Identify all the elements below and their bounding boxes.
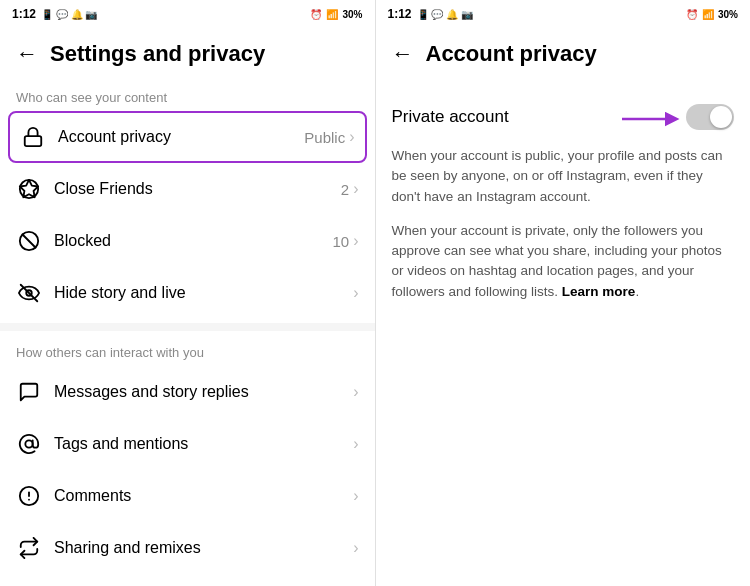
comment-icon (16, 483, 42, 509)
wifi-icon-right: 📶 (702, 9, 714, 20)
messages-right: › (353, 383, 358, 401)
chevron-right-icon-2: › (353, 180, 358, 198)
right-page-title: Account privacy (426, 41, 597, 67)
comments-label: Comments (54, 487, 353, 505)
section-divider (0, 323, 375, 331)
menu-item-comments[interactable]: Comments › (0, 470, 375, 522)
arrow-annotation (622, 104, 682, 134)
account-privacy-label: Account privacy (58, 128, 304, 146)
chevron-right-icon-4: › (353, 284, 358, 302)
status-icons-left: 📱 💬 🔔 📷 (41, 9, 97, 20)
svg-rect-0 (25, 136, 42, 146)
menu-item-sharing[interactable]: Sharing and remixes › (0, 522, 375, 574)
description-public: When your account is public, your profil… (392, 146, 735, 207)
menu-item-account-privacy[interactable]: Account privacy Public › (8, 111, 367, 163)
status-right-right: ⏰ 📶 30% (686, 9, 738, 20)
learn-more-link[interactable]: Learn more (562, 284, 636, 299)
chevron-right-icon-3: › (353, 232, 358, 250)
private-account-toggle[interactable] (686, 104, 734, 130)
status-bar-right: 1:12 📱 💬 🔔 📷 ⏰ 📶 30% (376, 0, 751, 28)
chevron-right-icon-8: › (353, 539, 358, 557)
hide-story-right: › (353, 284, 358, 302)
right-content: Private account When your account is pub… (376, 80, 751, 332)
chevron-right-icon-6: › (353, 435, 358, 453)
menu-item-close-friends[interactable]: Close Friends 2 › (0, 163, 375, 215)
status-right-left: ⏰ 📶 30% (310, 9, 362, 20)
alarm-icon-right: ⏰ (686, 9, 698, 20)
menu-item-hide-story[interactable]: Hide story and live › (0, 267, 375, 319)
blocked-badge: 10 (332, 233, 349, 250)
hide-story-label: Hide story and live (54, 284, 353, 302)
section-label-2: How others can interact with you (0, 335, 375, 366)
sharing-icon (16, 535, 42, 561)
close-friends-right: 2 › (341, 180, 359, 198)
status-left-right: 1:12 📱 💬 🔔 📷 (388, 7, 473, 21)
menu-item-tags[interactable]: Tags and mentions › (0, 418, 375, 470)
at-icon (16, 431, 42, 457)
svg-line-4 (23, 235, 36, 248)
back-button-right[interactable]: ← (392, 41, 414, 67)
chevron-right-icon: › (349, 128, 354, 146)
left-page-title: Settings and privacy (50, 41, 265, 67)
time-right: 1:12 (388, 7, 412, 21)
tags-label: Tags and mentions (54, 435, 353, 453)
toggle-row: Private account (392, 96, 735, 146)
right-panel: 1:12 📱 💬 🔔 📷 ⏰ 📶 30% ← Account privacy P… (376, 0, 751, 586)
menu-item-blocked[interactable]: Blocked 10 › (0, 215, 375, 267)
left-header: ← Settings and privacy (0, 28, 375, 80)
back-button-left[interactable]: ← (16, 41, 38, 67)
hide-story-icon (16, 280, 42, 306)
battery-right: 30% (718, 9, 738, 20)
blocked-right: 10 › (332, 232, 358, 250)
section-label-1: Who can see your content (0, 80, 375, 111)
status-left: 1:12 📱 💬 🔔 📷 (12, 7, 97, 21)
messages-label: Messages and story replies (54, 383, 353, 401)
menu-item-messages[interactable]: Messages and story replies › (0, 366, 375, 418)
account-privacy-badge: Public (304, 129, 345, 146)
left-panel: 1:12 📱 💬 🔔 📷 ⏰ 📶 30% ← Settings and priv… (0, 0, 375, 586)
sharing-right: › (353, 539, 358, 557)
star-icon (16, 176, 42, 202)
alarm-icon: ⏰ (310, 9, 322, 20)
description-private: When your account is private, only the f… (392, 221, 735, 302)
chevron-right-icon-5: › (353, 383, 358, 401)
battery-left: 30% (342, 9, 362, 20)
close-friends-badge: 2 (341, 181, 349, 198)
svg-point-7 (25, 440, 32, 447)
close-friends-label: Close Friends (54, 180, 341, 198)
wifi-icon: 📶 (326, 9, 338, 20)
blocked-label: Blocked (54, 232, 332, 250)
chevron-right-icon-7: › (353, 487, 358, 505)
status-bar-left: 1:12 📱 💬 🔔 📷 ⏰ 📶 30% (0, 0, 375, 28)
tags-right: › (353, 435, 358, 453)
account-privacy-right: Public › (304, 128, 354, 146)
messages-icon (16, 379, 42, 405)
blocked-icon (16, 228, 42, 254)
right-header: ← Account privacy (376, 28, 751, 80)
lock-icon (20, 124, 46, 150)
toggle-label: Private account (392, 107, 509, 127)
sharing-label: Sharing and remixes (54, 539, 353, 557)
time-left: 1:12 (12, 7, 36, 21)
comments-right: › (353, 487, 358, 505)
status-icons-right: 📱 💬 🔔 📷 (417, 9, 473, 20)
